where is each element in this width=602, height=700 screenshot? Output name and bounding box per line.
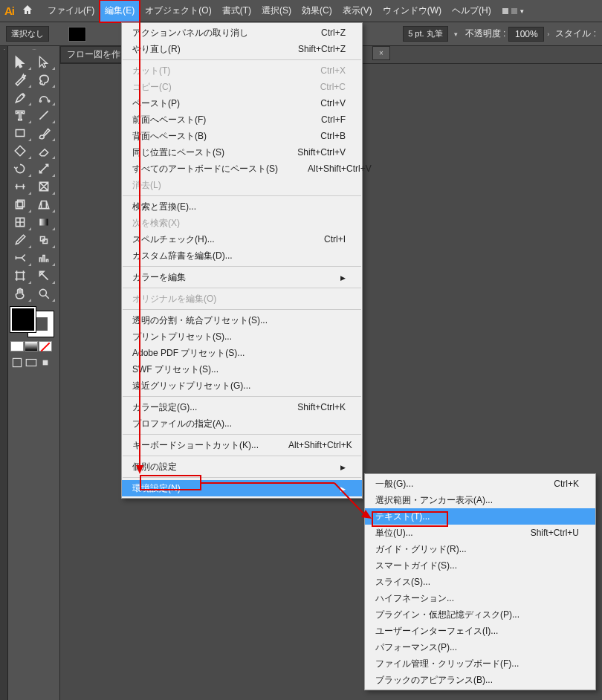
submenu-item[interactable]: パフォーマンス(P)...	[365, 639, 595, 655]
mesh-tool[interactable]	[8, 213, 32, 231]
submenu-item[interactable]: スマートガイド(S)...	[365, 557, 595, 574]
menu-3[interactable]: 書式(T)	[217, 0, 256, 22]
document-tab-inactive[interactable]: ×	[372, 46, 390, 60]
shortcut-label: Ctrl+K	[554, 479, 579, 489]
pen-tool[interactable]	[8, 88, 32, 106]
submenu-item[interactable]: プラグイン・仮想記憶ディスク(P)...	[365, 606, 595, 623]
menu-item[interactable]: カラー設定(G)...Shift+Ctrl+K	[122, 399, 362, 415]
submenu-item[interactable]: ガイド・グリッド(R)...	[365, 541, 595, 557]
color-none[interactable]	[39, 341, 52, 351]
svg-rect-1	[26, 360, 36, 366]
change-screen-icon[interactable]	[39, 356, 52, 369]
submenu-item[interactable]: 選択範囲・アンカー表示(A)...	[365, 492, 595, 508]
column-graph-tool[interactable]	[32, 249, 56, 267]
workspace-switcher[interactable]: ▾	[502, 7, 524, 15]
left-panel-strip[interactable]: ··	[0, 46, 8, 700]
panel-grip[interactable]: ····	[8, 46, 59, 53]
menu-item-label: ペースト(P)	[132, 97, 180, 110]
menu-item[interactable]: SWF プリセット(S)...	[122, 361, 362, 377]
submenu-item[interactable]: ユーザーインターフェイス(I)...	[365, 623, 595, 639]
shaper-tool[interactable]	[8, 142, 32, 160]
width-tool[interactable]	[8, 178, 32, 195]
perspective-tool[interactable]	[32, 195, 56, 213]
menu-item[interactable]: プリントプリセット(S)...	[122, 328, 362, 345]
free-transform-tool[interactable]	[32, 178, 56, 195]
symbol-sprayer-tool[interactable]	[8, 249, 32, 267]
menu-8[interactable]: ヘルプ(H)	[447, 0, 496, 22]
menu-item[interactable]: 透明の分割・統合プリセット(S)...	[122, 312, 362, 328]
submenu-item[interactable]: ファイル管理・クリップボード(F)...	[365, 655, 595, 672]
menu-item[interactable]: 遠近グリッドプリセット(G)...	[122, 377, 362, 394]
submenu-item[interactable]: 単位(U)...Shift+Ctrl+U	[365, 525, 595, 541]
draw-mode-icon[interactable]	[10, 356, 24, 369]
fill-swatch[interactable]	[68, 27, 86, 42]
color-gradient[interactable]	[25, 341, 38, 351]
slice-tool[interactable]	[32, 267, 56, 285]
zoom-tool[interactable]	[32, 285, 56, 302]
menu-item[interactable]: 同じ位置にペースト(S)Shift+Ctrl+V	[122, 144, 362, 161]
menu-item-label: ハイフネーション...	[375, 592, 454, 605]
menu-item[interactable]: プロファイルの指定(A)...	[122, 415, 362, 432]
menu-item[interactable]: 個別の設定	[122, 458, 362, 475]
blend-tool[interactable]	[32, 231, 56, 249]
menu-item-label: 次を検索(X)	[132, 217, 180, 230]
submenu-item[interactable]: テキスト(T)...	[365, 508, 595, 525]
submenu-item[interactable]: 一般(G)...Ctrl+K	[365, 476, 595, 492]
menu-item[interactable]: カスタム辞書を編集(D)...	[122, 247, 362, 264]
eraser-tool[interactable]	[32, 142, 56, 160]
magic-wand-tool[interactable]	[8, 71, 32, 88]
color-solid[interactable]	[10, 341, 24, 351]
menu-item-label: プリントプリセット(S)...	[132, 331, 232, 343]
chevron-down-icon: ▾	[520, 7, 524, 15]
menu-item[interactable]: Adobe PDF プリセット(S)...	[122, 345, 362, 361]
menu-1[interactable]: 編集(E)	[100, 0, 140, 22]
stroke-brush-select[interactable]: 5 pt. 丸筆	[403, 26, 447, 42]
close-icon[interactable]: ×	[379, 49, 383, 57]
line-tool[interactable]	[32, 106, 56, 124]
menu-item[interactable]: すべてのアートボードにペースト(S)Alt+Shift+Ctrl+V	[122, 161, 362, 177]
submenu-item[interactable]: ブラックのアピアランス(B)...	[365, 672, 595, 688]
menu-0[interactable]: ファイル(F)	[42, 0, 100, 22]
menu-item-label: 同じ位置にペースト(S)	[132, 146, 224, 159]
rectangle-tool[interactable]	[8, 124, 32, 142]
menu-item[interactable]: 背面へペースト(B)Ctrl+B	[122, 128, 362, 144]
direct-selection-tool[interactable]	[32, 53, 56, 71]
shortcut-label: Ctrl+I	[324, 234, 346, 244]
type-tool[interactable]	[8, 106, 32, 124]
selection-tool[interactable]	[8, 53, 32, 71]
menu-2[interactable]: オブジェクト(O)	[140, 0, 216, 22]
submenu-item[interactable]: スライス(S)...	[365, 574, 595, 590]
hand-tool[interactable]	[8, 285, 32, 302]
menu-item[interactable]: 環境設定(N)	[122, 480, 362, 496]
fill-stroke-swatch[interactable]	[10, 307, 54, 337]
artboard-tool[interactable]	[8, 267, 32, 285]
menu-item[interactable]: 検索と置換(E)...	[122, 198, 362, 215]
menu-item[interactable]: アクションパネルの取り消しCtrl+Z	[122, 25, 362, 41]
menubar: Ai ファイル(F)編集(E)オブジェクト(O)書式(T)選択(S)効果(C)表…	[0, 0, 602, 22]
lasso-tool[interactable]	[32, 71, 56, 88]
menu-4[interactable]: 選択(S)	[256, 0, 297, 22]
menu-item[interactable]: キーボードショートカット(K)...Alt+Shift+Ctrl+K	[122, 437, 362, 453]
menu-7[interactable]: ウィンドウ(W)	[378, 0, 447, 22]
scale-tool[interactable]	[32, 160, 56, 178]
curvature-tool[interactable]	[32, 88, 56, 106]
menu-item[interactable]: カラーを編集	[122, 269, 362, 285]
submenu-item[interactable]: ハイフネーション...	[365, 590, 595, 606]
screen-mode-icon[interactable]	[25, 356, 38, 369]
rotate-tool[interactable]	[8, 160, 32, 178]
menu-item[interactable]: やり直し(R)Shift+Ctrl+Z	[122, 41, 362, 57]
menu-item[interactable]: 前面へペースト(F)Ctrl+F	[122, 111, 362, 128]
gradient-tool[interactable]	[32, 213, 56, 231]
home-icon[interactable]	[22, 4, 33, 18]
menu-item-label: プロファイルの指定(A)...	[132, 418, 232, 430]
shortcut-label: Shift+Ctrl+K	[297, 402, 346, 412]
menu-item[interactable]: スペルチェック(H)...Ctrl+I	[122, 231, 362, 247]
shape-builder-tool[interactable]	[8, 195, 32, 213]
menu-6[interactable]: 表示(V)	[337, 0, 378, 22]
menu-5[interactable]: 効果(C)	[297, 0, 337, 22]
menu-item[interactable]: ペースト(P)Ctrl+V	[122, 95, 362, 111]
eyedropper-tool[interactable]	[8, 231, 32, 249]
fill-color[interactable]	[10, 307, 36, 332]
paintbrush-tool[interactable]	[32, 124, 56, 142]
opacity-input[interactable]: 100%	[508, 27, 544, 42]
